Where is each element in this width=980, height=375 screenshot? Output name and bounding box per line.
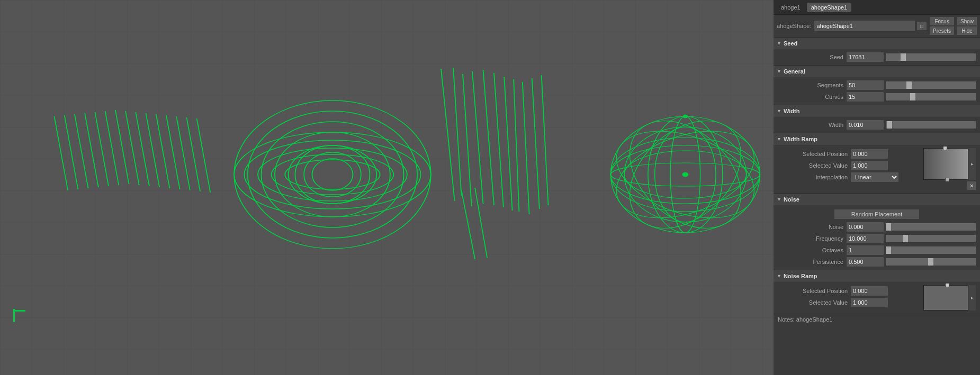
wr-interpolation-select[interactable]: Linear Smooth Step Spline bbox=[851, 172, 898, 182]
panel-header: ahogeShape: □ Focus Presets Show Hide bbox=[774, 15, 980, 38]
curves-input[interactable] bbox=[847, 92, 884, 102]
general-body: Segments Curves bbox=[774, 77, 980, 105]
shape-sphere bbox=[597, 106, 774, 244]
width-ramp-title: Width Ramp bbox=[784, 136, 817, 142]
wr-ramp-preview[interactable] bbox=[923, 148, 968, 180]
width-input[interactable] bbox=[847, 120, 884, 130]
octaves-slider[interactable] bbox=[886, 246, 976, 254]
hide-button[interactable]: Hide bbox=[957, 26, 977, 35]
nr-ramp-next-btn[interactable]: ▸ bbox=[968, 285, 976, 310]
curves-slider[interactable] bbox=[886, 93, 976, 100]
segments-input[interactable] bbox=[847, 80, 884, 90]
general-arrow: ▼ bbox=[777, 69, 781, 74]
svg-point-24 bbox=[285, 160, 380, 189]
persistence-row: Persistence bbox=[774, 256, 980, 268]
width-section: ▼ Width Width bbox=[774, 105, 980, 133]
wr-ramp-preview-wrapper: ▸ bbox=[921, 148, 976, 180]
nr-ramp-dot bbox=[945, 283, 949, 287]
svg-line-31 bbox=[472, 71, 483, 204]
wr-selected-val-input[interactable] bbox=[851, 161, 888, 170]
copy-button[interactable]: □ bbox=[917, 22, 927, 30]
width-title: Width bbox=[784, 108, 799, 114]
width-section-header[interactable]: ▼ Width bbox=[774, 105, 980, 117]
frequency-slider[interactable] bbox=[886, 235, 976, 242]
nr-selected-val-input[interactable] bbox=[851, 298, 888, 307]
svg-point-22 bbox=[258, 148, 407, 201]
octaves-row: Octaves bbox=[774, 244, 980, 256]
nr-ramp-preview-container: ▸ bbox=[921, 285, 976, 310]
svg-point-54 bbox=[682, 172, 688, 177]
wr-selected-pos-label: Selected Position bbox=[782, 151, 851, 157]
show-hide-group: Show Hide bbox=[957, 17, 977, 35]
noise-ramp-section-header[interactable]: ▼ Noise Ramp bbox=[774, 270, 980, 282]
svg-point-55 bbox=[684, 115, 688, 118]
persistence-slider[interactable] bbox=[886, 258, 976, 266]
octaves-label: Octaves bbox=[778, 247, 847, 253]
svg-line-1 bbox=[65, 115, 78, 189]
shape-torus bbox=[234, 100, 431, 249]
segments-slider[interactable] bbox=[886, 81, 976, 89]
noise-section-header[interactable]: ▼ Noise bbox=[774, 194, 980, 205]
notes-row: Notes: ahogeShape1 bbox=[774, 314, 980, 325]
noise-ramp-arrow: ▼ bbox=[777, 273, 781, 279]
focus-button[interactable]: Focus bbox=[930, 17, 954, 25]
wr-interpolation-row: Interpolation Linear Smooth Step Spline bbox=[778, 171, 918, 183]
noise-val-slider[interactable] bbox=[886, 223, 976, 231]
wr-interpolation-label: Interpolation bbox=[782, 174, 851, 180]
width-ramp-body: Selected Position Selected Value Interpo… bbox=[774, 145, 980, 193]
axis-x-indicator bbox=[15, 310, 25, 312]
seed-section: ▼ Seed Seed bbox=[774, 38, 980, 66]
width-slider[interactable] bbox=[886, 121, 976, 129]
random-placement-row: Random Placement bbox=[774, 207, 980, 221]
nr-selected-pos-input[interactable] bbox=[851, 286, 888, 296]
wr-selected-pos-row: Selected Position bbox=[778, 148, 918, 160]
wr-ramp-next-btn[interactable]: ▸ bbox=[968, 148, 976, 180]
svg-point-16 bbox=[248, 111, 417, 238]
frequency-label: Frequency bbox=[778, 235, 847, 242]
noise-ramp-body: Selected Position Selected Value ▸ bbox=[774, 282, 980, 314]
wr-selected-pos-input[interactable] bbox=[851, 149, 888, 159]
octaves-input[interactable] bbox=[847, 245, 884, 255]
frequency-input[interactable] bbox=[847, 234, 884, 243]
wr-ramp-dot bbox=[943, 146, 947, 150]
tab-ahogeshape1[interactable]: ahogeShape1 bbox=[807, 3, 852, 12]
general-section: ▼ General Segments Curves bbox=[774, 66, 980, 105]
shape-input[interactable] bbox=[814, 21, 915, 31]
presets-button[interactable]: Presets bbox=[930, 26, 954, 35]
svg-line-4 bbox=[95, 112, 109, 186]
noise-val-row: Noise bbox=[774, 221, 980, 233]
svg-line-29 bbox=[453, 68, 461, 196]
width-label: Width bbox=[778, 122, 847, 128]
panel-tabs: ahoge1 ahogeShape1 bbox=[774, 0, 980, 15]
tab-ahoge1[interactable]: ahoge1 bbox=[777, 3, 805, 12]
segments-label: Segments bbox=[778, 82, 847, 88]
shapes-svg bbox=[0, 0, 774, 375]
persistence-input[interactable] bbox=[847, 257, 884, 267]
width-ramp-section-header[interactable]: ▼ Width Ramp bbox=[774, 133, 980, 145]
random-placement-button[interactable]: Random Placement bbox=[834, 209, 919, 219]
wr-ramp-preview-container: ▸ ✕ bbox=[921, 148, 976, 190]
general-title: General bbox=[784, 68, 805, 75]
seed-section-header[interactable]: ▼ Seed bbox=[774, 38, 980, 49]
svg-line-33 bbox=[494, 73, 504, 207]
svg-point-20 bbox=[234, 132, 431, 217]
seed-input[interactable] bbox=[847, 52, 884, 62]
frequency-row: Frequency bbox=[774, 233, 980, 244]
wr-ramp-delete-btn[interactable]: ✕ bbox=[967, 181, 976, 190]
general-section-header[interactable]: ▼ General bbox=[774, 66, 980, 77]
segments-row: Segments bbox=[774, 79, 980, 91]
width-body: Width bbox=[774, 117, 980, 133]
svg-line-2 bbox=[75, 114, 88, 188]
show-button[interactable]: Show bbox=[957, 17, 977, 25]
nr-selected-val-label: Selected Value bbox=[782, 299, 851, 306]
seed-slider[interactable] bbox=[886, 53, 976, 61]
curves-label: Curves bbox=[778, 94, 847, 100]
svg-point-18 bbox=[275, 132, 390, 217]
nr-ramp-preview[interactable] bbox=[923, 285, 968, 310]
nr-selected-val-row: Selected Value bbox=[778, 297, 918, 308]
svg-line-0 bbox=[55, 116, 68, 190]
noise-val-input[interactable] bbox=[847, 222, 884, 232]
properties-panel: ahoge1 ahogeShape1 ahogeShape: □ Focus P… bbox=[774, 0, 980, 375]
svg-line-36 bbox=[523, 82, 529, 214]
svg-line-28 bbox=[441, 69, 455, 201]
